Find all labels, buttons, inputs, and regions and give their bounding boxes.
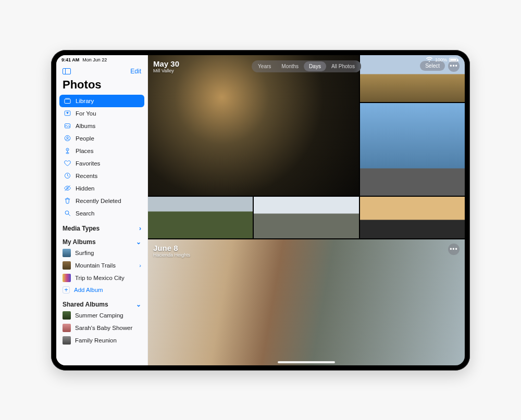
group-date: June 8 [153, 244, 190, 252]
chevron-right-icon: › [139, 262, 141, 269]
add-album-label: Add Album [74, 287, 103, 293]
favorites-icon [64, 160, 71, 167]
places-icon [64, 147, 71, 155]
sidebar-item-albums[interactable]: Albums [59, 120, 144, 132]
sidebar-item-label: Recently Deleted [76, 198, 121, 204]
sidebar-item-label: Favorites [76, 160, 100, 167]
album-label: Sarah's Baby Shower [75, 325, 132, 331]
sidebar-item-recents[interactable]: Recents [59, 170, 144, 182]
sidebar: Edit Photos Library For You Albums [56, 55, 148, 365]
photo-tile[interactable] [360, 103, 465, 196]
album-thumb [63, 336, 71, 345]
section-shared-albums[interactable]: Shared Albums ⌄ [56, 296, 147, 309]
app-title: Photos [56, 76, 147, 95]
photo-tile[interactable] [360, 197, 465, 238]
svg-point-11 [65, 211, 69, 214]
date-header: June 8 Hacienda Heights [153, 244, 190, 258]
sidebar-item-recently-deleted[interactable]: Recently Deleted [59, 195, 144, 207]
sidebar-item-label: Library [76, 98, 94, 104]
sidebar-nav: Library For You Albums People Places [56, 95, 147, 220]
hidden-icon [64, 185, 71, 192]
wifi-icon [426, 57, 433, 63]
sidebar-item-label: For You [76, 110, 96, 117]
battery-icon [449, 58, 457, 62]
for-you-icon [64, 110, 71, 117]
sidebar-item-people[interactable]: People [59, 132, 144, 145]
photo-tile[interactable] [148, 197, 253, 238]
section-label: My Albums [63, 238, 96, 246]
album-thumb [63, 274, 71, 282]
album-thumb [63, 249, 71, 257]
plus-icon: + [63, 286, 70, 294]
album-item-mountain-trails[interactable]: Mountain Trails › [56, 259, 147, 272]
sidebar-item-places[interactable]: Places [59, 145, 144, 157]
sidebar-item-label: Search [76, 210, 94, 217]
svg-rect-1 [65, 98, 70, 99]
sidebar-item-search[interactable]: Search [59, 207, 144, 220]
screen: 9:41 AM Mon Jun 22 100% Edit Photos [56, 55, 465, 365]
svg-point-7 [67, 149, 68, 150]
add-album-button[interactable]: + Add Album [56, 284, 147, 296]
section-my-albums[interactable]: My Albums ⌄ [56, 233, 147, 247]
statusbar-battery-pct: 100% [435, 57, 447, 62]
sidebar-item-for-you[interactable]: For You [59, 107, 144, 120]
sidebar-item-label: Hidden [76, 185, 94, 192]
svg-point-8 [66, 152, 69, 154]
album-thumb [63, 261, 71, 270]
sidebar-item-label: People [76, 135, 94, 142]
album-label: Surfing [75, 250, 94, 256]
sidebar-item-favorites[interactable]: Favorites [59, 157, 144, 170]
album-label: Mountain Trails [75, 262, 116, 269]
album-item-summer-camping[interactable]: Summer Camping [56, 309, 147, 322]
album-label: Summer Camping [75, 312, 123, 319]
album-item-trip-mexico[interactable]: Trip to Mexico City [56, 272, 147, 284]
chevron-down-icon: ⌄ [136, 238, 141, 246]
group-location: Hacienda Heights [153, 252, 190, 258]
section-label: Media Types [63, 225, 100, 232]
more-button[interactable]: ••• [448, 244, 460, 255]
sidebar-item-label: Recents [76, 173, 97, 179]
statusbar-date: Mon Jun 22 [82, 57, 107, 62]
sidebar-toggle-icon[interactable] [63, 68, 71, 74]
album-item-baby-shower[interactable]: Sarah's Baby Shower [56, 322, 147, 334]
album-thumb [63, 324, 71, 332]
sidebar-item-label: Places [76, 148, 94, 154]
photo-grid[interactable]: May 30 Mill Valley June 8 Hacienda Heigh… [148, 55, 465, 365]
sidebar-item-hidden[interactable]: Hidden [59, 182, 144, 195]
albums-icon [64, 122, 71, 130]
svg-point-5 [67, 137, 68, 138]
photo-tile[interactable]: May 30 Mill Valley [148, 55, 359, 196]
album-item-family-reunion[interactable]: Family Reunion [56, 334, 147, 347]
photo-tile[interactable] [254, 197, 358, 238]
photo-tile[interactable]: June 8 Hacienda Heights ••• [148, 239, 465, 365]
search-icon [64, 210, 71, 217]
chevron-down-icon: ⌄ [136, 301, 141, 308]
ipad-device-frame: 9:41 AM Mon Jun 22 100% Edit Photos [51, 50, 470, 371]
chevron-right-icon: › [139, 225, 141, 232]
people-icon [64, 135, 71, 142]
status-bar: 9:41 AM Mon Jun 22 100% [56, 55, 465, 65]
album-label: Family Reunion [75, 337, 117, 343]
statusbar-time: 9:41 AM [61, 57, 79, 62]
edit-button[interactable]: Edit [130, 68, 141, 75]
recents-icon [64, 172, 71, 180]
section-label: Shared Albums [63, 301, 108, 308]
trash-icon [64, 197, 71, 205]
sidebar-item-library[interactable]: Library [59, 95, 144, 107]
svg-rect-0 [65, 99, 70, 103]
home-indicator[interactable] [278, 361, 335, 363]
album-item-surfing[interactable]: Surfing [56, 247, 147, 259]
library-icon [64, 97, 71, 105]
album-label: Trip to Mexico City [75, 275, 125, 281]
group-location: Mill Valley [153, 68, 179, 73]
section-media-types[interactable]: Media Types › [56, 220, 147, 233]
sidebar-item-label: Albums [76, 123, 95, 129]
album-thumb [63, 311, 71, 320]
